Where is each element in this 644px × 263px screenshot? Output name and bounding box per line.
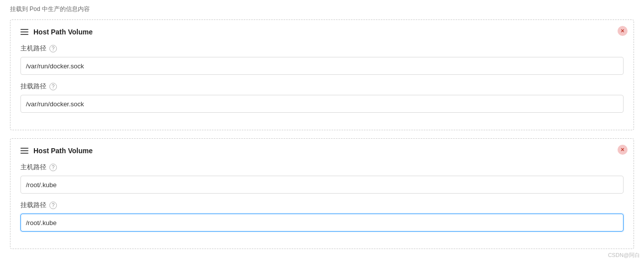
host-path-group-2: 主机路径 ? bbox=[20, 163, 624, 194]
mount-path-help-icon-2[interactable]: ? bbox=[49, 202, 57, 209]
close-button-2[interactable]: × bbox=[618, 145, 628, 155]
watermark: CSDN@阿白 bbox=[608, 252, 640, 259]
card-title-1: Host Path Volume bbox=[33, 28, 93, 36]
mount-path-label-1: 挂载路径 ? bbox=[20, 82, 624, 91]
mount-path-input-1[interactable] bbox=[20, 95, 624, 113]
host-path-help-icon-2[interactable]: ? bbox=[49, 164, 57, 171]
host-path-label-2: 主机路径 ? bbox=[20, 163, 624, 172]
drag-handle-1[interactable] bbox=[20, 29, 28, 35]
mount-path-group-1: 挂载路径 ? bbox=[20, 82, 624, 113]
card-title-2: Host Path Volume bbox=[33, 147, 93, 155]
top-hint: 挂载到 Pod 中生产的信息内容 bbox=[10, 5, 634, 13]
close-button-1[interactable]: × bbox=[618, 26, 628, 36]
host-path-label-1: 主机路径 ? bbox=[20, 44, 624, 53]
card-header-1: Host Path Volume bbox=[20, 28, 624, 36]
mount-path-label-2: 挂载路径 ? bbox=[20, 201, 624, 210]
mount-path-help-icon-1[interactable]: ? bbox=[49, 83, 57, 90]
volume-card-1: Host Path Volume × 主机路径 ? 挂载路径 ? bbox=[10, 19, 634, 130]
drag-handle-2[interactable] bbox=[20, 148, 28, 154]
volume-card-2: Host Path Volume × 主机路径 ? 挂载路径 ? bbox=[10, 138, 634, 249]
host-path-input-2[interactable] bbox=[20, 176, 624, 194]
mount-path-input-2[interactable] bbox=[20, 214, 624, 232]
host-path-input-1[interactable] bbox=[20, 57, 624, 75]
host-path-group-1: 主机路径 ? bbox=[20, 44, 624, 75]
mount-path-group-2: 挂载路径 ? bbox=[20, 201, 624, 232]
card-header-2: Host Path Volume bbox=[20, 147, 624, 155]
host-path-help-icon-1[interactable]: ? bbox=[49, 45, 57, 52]
